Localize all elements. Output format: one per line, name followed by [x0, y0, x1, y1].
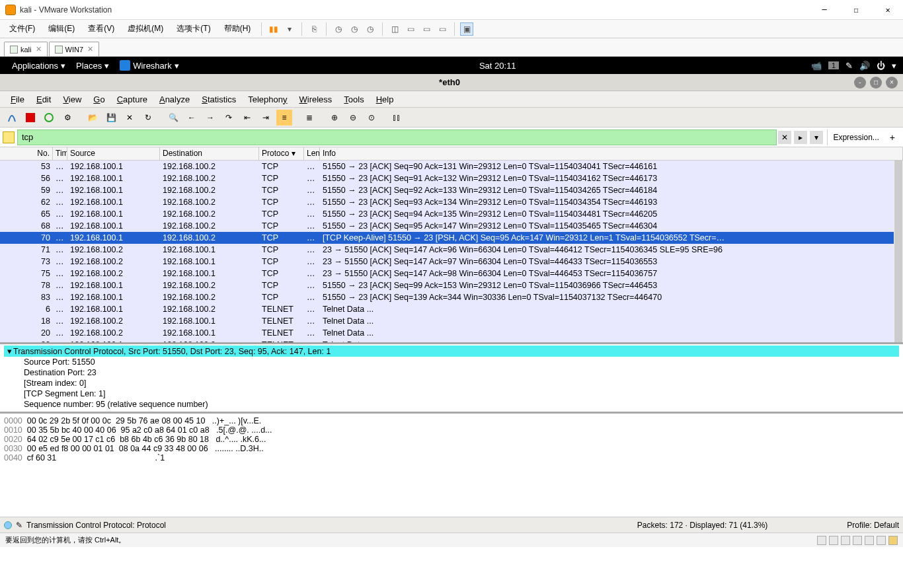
- tab-win7[interactable]: WIN7 ✕: [49, 42, 100, 56]
- ws-menu-capture[interactable]: Capture: [112, 92, 153, 106]
- pause-icon[interactable]: ▮▮: [267, 22, 280, 36]
- hex-line[interactable]: 0020 64 02 c9 5e 00 17 c1 c6 b8 6b 4b c6…: [4, 435, 899, 444]
- tree-header-tcp[interactable]: ▾Transmission Control Protocol, Src Port…: [4, 346, 899, 357]
- unity-icon[interactable]: ◫: [388, 22, 401, 36]
- ws-minimize-button[interactable]: -: [854, 77, 866, 89]
- packet-row[interactable]: 70…192.168.100.1192.168.100.2TCP…[TCP Ke…: [0, 232, 903, 244]
- zoom-out-icon[interactable]: ⊖: [345, 110, 361, 126]
- keyboard-indicator[interactable]: 1: [828, 61, 839, 69]
- tab-kali[interactable]: kali ✕: [4, 42, 48, 56]
- zoom-in-icon[interactable]: ⊕: [327, 110, 342, 126]
- device-icon[interactable]: [853, 536, 862, 545]
- packet-row[interactable]: 18…192.168.100.2192.168.100.1TELNET…Teln…: [0, 315, 903, 327]
- packet-row[interactable]: 53…192.168.100.1192.168.100.2TCP…51550 →…: [0, 161, 903, 172]
- clock[interactable]: Sat 20:11: [184, 61, 811, 71]
- expert-info-icon[interactable]: [4, 521, 12, 529]
- device-icon[interactable]: [865, 536, 874, 545]
- dropdown-icon[interactable]: ▾: [892, 61, 896, 71]
- ws-maximize-button[interactable]: □: [870, 77, 882, 89]
- packet-row[interactable]: 73…192.168.100.2192.168.100.1TCP…23 → 51…: [0, 256, 903, 268]
- first-packet-icon[interactable]: ⇤: [239, 110, 255, 126]
- hex-line[interactable]: 0010 00 35 5b bc 40 00 40 06 95 a2 c0 a8…: [4, 425, 899, 435]
- packet-row[interactable]: 22…192.168.100.1192.168.100.2TELNET…Teln…: [0, 339, 903, 344]
- send-cad-icon[interactable]: ⎘: [307, 22, 321, 36]
- tree-line[interactable]: Sequence number: 95 (relative sequence n…: [4, 399, 899, 410]
- col-protocol[interactable]: Protoco ▾: [259, 147, 304, 160]
- ws-menu-analyze[interactable]: Analyze: [154, 92, 195, 106]
- find-packet-icon[interactable]: 🔍: [165, 110, 181, 126]
- packet-row[interactable]: 65…192.168.100.1192.168.100.2TCP…51550 →…: [0, 208, 903, 220]
- close-button[interactable]: ✕: [878, 3, 898, 17]
- col-time[interactable]: Tim: [53, 147, 67, 160]
- close-icon[interactable]: ✕: [36, 45, 42, 54]
- col-source[interactable]: Source: [67, 147, 160, 160]
- close-file-icon[interactable]: ✕: [122, 110, 137, 126]
- col-info[interactable]: Info: [320, 147, 903, 160]
- console-icon[interactable]: ▭: [420, 22, 433, 36]
- zoom-reset-icon[interactable]: ⊙: [364, 110, 379, 126]
- save-file-icon[interactable]: 💾: [103, 110, 119, 126]
- packet-row[interactable]: 78…192.168.100.1192.168.100.2TCP…51550 →…: [0, 279, 903, 291]
- resize-columns-icon[interactable]: ⫿⫿: [389, 110, 405, 126]
- places-menu[interactable]: Places▾: [71, 61, 114, 71]
- add-filter-button[interactable]: +: [884, 132, 900, 143]
- ws-menu-edit[interactable]: Edit: [31, 92, 56, 106]
- col-length[interactable]: Len: [304, 147, 320, 160]
- open-file-icon[interactable]: 📂: [85, 110, 100, 126]
- packet-row[interactable]: 62…192.168.100.1192.168.100.2TCP…51550 →…: [0, 196, 903, 208]
- expression-button[interactable]: Expression...: [827, 129, 884, 145]
- reload-file-icon[interactable]: ↻: [140, 110, 156, 126]
- menu-file[interactable]: 文件(F): [4, 21, 40, 36]
- packet-row[interactable]: 56…192.168.100.1192.168.100.2TCP…51550 →…: [0, 172, 903, 184]
- device-icon[interactable]: [888, 536, 898, 545]
- snapshot-mgr-icon[interactable]: ◷: [348, 22, 361, 36]
- menu-help[interactable]: 帮助(H): [219, 21, 256, 36]
- edit-icon[interactable]: ✎: [16, 521, 22, 530]
- go-back-icon[interactable]: ←: [184, 110, 200, 126]
- dropdown-icon[interactable]: ▾: [283, 22, 296, 36]
- clear-filter-button[interactable]: ✕: [778, 131, 791, 144]
- packet-row[interactable]: 6…192.168.100.1192.168.100.2TELNET…Telne…: [0, 303, 903, 315]
- stop-capture-icon[interactable]: [22, 110, 38, 126]
- packet-bytes[interactable]: 0000 00 0c 29 2b 5f 0f 00 0c 29 5b 76 ae…: [0, 414, 903, 517]
- menu-view[interactable]: 查看(V): [83, 21, 120, 36]
- device-icon[interactable]: [829, 536, 838, 545]
- packet-row[interactable]: 83…192.168.100.1192.168.100.2TCP…51550 →…: [0, 291, 903, 303]
- col-destination[interactable]: Destination: [160, 147, 259, 160]
- bookmark-icon[interactable]: [3, 131, 15, 143]
- hex-line[interactable]: 0000 00 0c 29 2b 5f 0f 00 0c 29 5b 76 ae…: [4, 416, 899, 425]
- close-icon[interactable]: ✕: [87, 45, 93, 54]
- menu-edit[interactable]: 编辑(E): [43, 21, 80, 36]
- hex-line[interactable]: 0030 00 e5 ed f8 00 00 01 01 08 0a 44 c9…: [4, 444, 899, 453]
- wireshark-app-indicator[interactable]: Wireshark▾: [114, 60, 184, 71]
- restart-capture-icon[interactable]: [41, 110, 57, 126]
- recent-dropdown[interactable]: ▾: [810, 131, 823, 144]
- device-icon[interactable]: [817, 536, 826, 545]
- stretch-icon[interactable]: ▭: [436, 22, 449, 36]
- packet-row[interactable]: 59…192.168.100.1192.168.100.2TCP…51550 →…: [0, 184, 903, 196]
- menu-tabs[interactable]: 选项卡(T): [171, 21, 216, 36]
- minimize-button[interactable]: ─: [814, 3, 834, 17]
- status-profile[interactable]: Profile: Default: [847, 521, 899, 530]
- packet-row[interactable]: 20…192.168.100.2192.168.100.1TELNET…Teln…: [0, 327, 903, 339]
- apply-filter-button[interactable]: ▸: [794, 131, 807, 144]
- snapshot-icon[interactable]: ◷: [332, 22, 345, 36]
- ws-menu-view[interactable]: View: [58, 92, 87, 106]
- tree-line[interactable]: [Stream index: 0]: [4, 378, 899, 388]
- packet-details[interactable]: ▾Transmission Control Protocol, Src Port…: [0, 344, 903, 414]
- applications-menu[interactable]: Applications▾: [7, 61, 71, 71]
- autoscroll-icon[interactable]: ≡: [276, 110, 292, 126]
- sound-icon[interactable]: 🔊: [859, 61, 870, 71]
- device-icon[interactable]: [877, 536, 886, 545]
- maximize-button[interactable]: ☐: [846, 3, 866, 17]
- ws-close-button[interactable]: ×: [886, 77, 898, 89]
- camera-icon[interactable]: 📹: [811, 61, 822, 71]
- ws-menu-statistics[interactable]: Statistics: [196, 92, 241, 106]
- colorize-icon[interactable]: ≣: [301, 110, 317, 126]
- start-capture-icon[interactable]: [4, 110, 20, 126]
- device-icon[interactable]: [841, 536, 850, 545]
- packet-row[interactable]: 75…192.168.100.2192.168.100.1TCP…23 → 51…: [0, 268, 903, 279]
- ws-menu-help[interactable]: Help: [371, 92, 399, 106]
- fullscreen-icon[interactable]: ▣: [460, 22, 473, 36]
- ws-menu-go[interactable]: Go: [88, 92, 110, 106]
